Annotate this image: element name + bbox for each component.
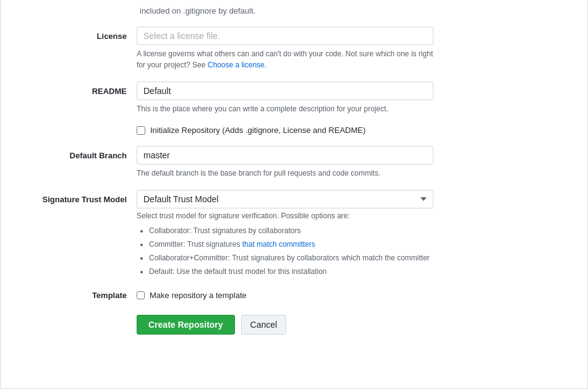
template-row: Template Make repository a template <box>19 291 477 300</box>
license-content: A license governs what others can and ca… <box>137 27 433 71</box>
default-branch-row: Default Branch The default branch is the… <box>19 146 477 179</box>
template-checkbox-label: Make repository a template <box>150 291 247 300</box>
choose-license-link[interactable]: Choose a license. <box>208 61 266 69</box>
top-note: included on .gitignore by default. <box>19 0 477 27</box>
default-branch-content: The default branch is the base branch fo… <box>137 146 433 179</box>
trust-list-item-1: Collaborator: Trust signatures by collab… <box>149 225 433 236</box>
default-branch-input[interactable] <box>137 146 433 165</box>
trust-model-row: Signature Trust Model Default Trust Mode… <box>19 190 477 280</box>
initialize-checkbox[interactable] <box>137 126 145 135</box>
initialize-content: Initialize Repository (Adds .gitignore, … <box>137 126 365 135</box>
readme-content: This is the place where you can write a … <box>137 82 433 114</box>
initialize-row: Initialize Repository (Adds .gitignore, … <box>19 126 477 135</box>
trust-model-label: Signature Trust Model <box>19 190 137 204</box>
buttons-row: Create Repository Cancel <box>19 315 477 335</box>
readme-hint: This is the place where you can write a … <box>137 103 433 114</box>
readme-label: README <box>19 82 137 96</box>
trust-model-hint: Select trust model for signature verific… <box>137 212 433 220</box>
trust-model-select[interactable]: Default Trust Model Collaborator Committ… <box>137 190 433 208</box>
trust-model-content: Default Trust Model Collaborator Committ… <box>137 190 433 280</box>
trust-list-item-3: Collaborator+Committer: Trust signatures… <box>149 252 433 263</box>
form-wrapper: included on .gitignore by default. Licen… <box>1 0 495 353</box>
readme-row: README This is the place where you can w… <box>19 82 477 114</box>
default-branch-label: Default Branch <box>19 146 137 160</box>
initialize-text: Initialize Repository (Adds .gitignore, … <box>150 126 365 135</box>
template-label: Template <box>19 291 137 300</box>
template-content: Make repository a template <box>137 291 247 300</box>
license-hint: A license governs what others can and ca… <box>137 48 433 71</box>
license-input[interactable] <box>137 27 433 45</box>
trust-list-item-4: Default: Use the default trust model for… <box>149 266 433 277</box>
default-branch-hint: The default branch is the base branch fo… <box>137 168 433 179</box>
readme-input[interactable] <box>137 82 433 100</box>
cancel-button[interactable]: Cancel <box>241 315 287 335</box>
trust-model-list: Collaborator: Trust signatures by collab… <box>137 225 433 277</box>
template-checkbox[interactable] <box>137 291 145 299</box>
create-repository-button[interactable]: Create Repository <box>137 315 235 335</box>
page-container: included on .gitignore by default. Licen… <box>0 0 588 389</box>
license-row: License A license governs what others ca… <box>19 27 477 71</box>
license-label: License <box>19 27 137 41</box>
trust-list-item-2: Committer: Trust signatures that match c… <box>149 239 433 250</box>
